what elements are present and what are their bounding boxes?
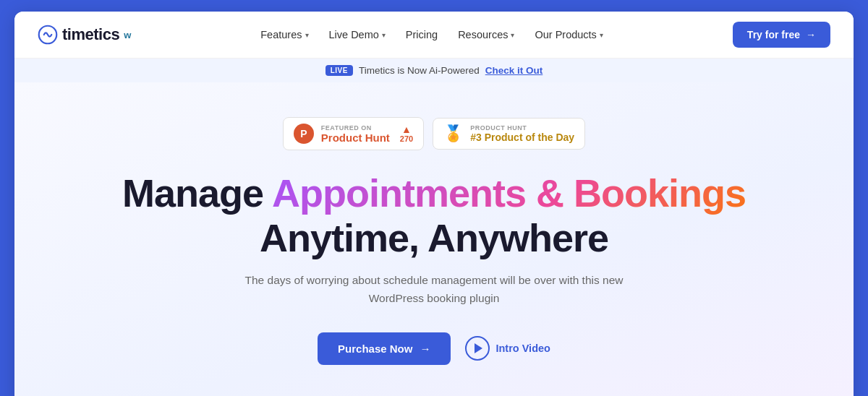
nav-item-features[interactable]: Features ▾ [260, 29, 308, 40]
check-it-out-link[interactable]: Check it Out [485, 65, 543, 76]
headline-manage: Manage [122, 171, 272, 215]
award-sub: PRODUCT HUNT [470, 124, 527, 132]
page-frame: timetics w Features ▾ Live Demo ▾ Pricin… [14, 12, 854, 396]
award-icon: 🏅 [443, 124, 463, 143]
product-hunt-sub: FEATURED ON [321, 124, 372, 132]
logo-wp: w [124, 30, 131, 40]
upvote-count: 270 [400, 134, 413, 143]
badges-row: P FEATURED ON Product Hunt ▲ 270 🏅 PRODU… [283, 117, 585, 150]
hero-subline: The days of worrying about schedule mana… [217, 272, 651, 308]
product-hunt-count: ▲ 270 [400, 124, 413, 143]
hero-section: P FEATURED ON Product Hunt ▲ 270 🏅 PRODU… [14, 82, 854, 396]
navbar: timetics w Features ▾ Live Demo ▾ Pricin… [14, 12, 854, 59]
nav-item-products-label: Our Products [535, 29, 596, 40]
chevron-down-icon: ▾ [305, 31, 309, 39]
chevron-down-icon: ▾ [511, 31, 514, 39]
logo[interactable]: timetics w [38, 25, 131, 45]
purchase-btn-arrow: → [420, 343, 430, 355]
nav-item-resources-label: Resources [458, 29, 508, 40]
product-hunt-name: Product Hunt [321, 132, 390, 144]
play-triangle-icon [475, 343, 482, 353]
nav-links: Features ▾ Live Demo ▾ Pricing Resources… [260, 29, 603, 40]
intro-video-label: Intro Video [495, 343, 550, 354]
award-name: #3 Product of the Day [470, 132, 574, 143]
try-btn-arrow: → [806, 29, 816, 40]
product-of-day-badge[interactable]: 🏅 PRODUCT HUNT #3 Product of the Day [433, 118, 585, 150]
purchase-btn-label: Purchase Now [338, 343, 412, 355]
cta-row: Purchase Now → Intro Video [318, 332, 550, 365]
nav-item-resources[interactable]: Resources ▾ [458, 29, 514, 40]
upvote-arrow-icon: ▲ [401, 124, 412, 134]
intro-video-link[interactable]: Intro Video [465, 336, 550, 361]
try-btn-label: Try for free [747, 29, 800, 40]
live-bar-text: Timetics is Now Ai-Powered [359, 65, 480, 76]
nav-item-products[interactable]: Our Products ▾ [535, 29, 603, 40]
nav-item-features-label: Features [260, 29, 302, 40]
play-button-icon [465, 336, 490, 361]
live-badge: LIVE [326, 65, 353, 76]
product-hunt-icon: P [294, 124, 314, 144]
purchase-now-button[interactable]: Purchase Now → [318, 332, 451, 365]
logo-icon [38, 25, 58, 45]
nav-item-pricing-label: Pricing [406, 29, 438, 40]
hero-headline: Manage Appointments & Bookings Anytime, … [122, 171, 746, 260]
chevron-down-icon: ▾ [600, 31, 603, 39]
nav-item-livedemo-label: Live Demo [329, 29, 379, 40]
award-content: PRODUCT HUNT #3 Product of the Day [470, 124, 574, 143]
try-for-free-button[interactable]: Try for free → [733, 22, 830, 48]
nav-item-pricing[interactable]: Pricing [406, 29, 438, 40]
product-hunt-badge[interactable]: P FEATURED ON Product Hunt ▲ 270 [283, 117, 424, 150]
nav-item-livedemo[interactable]: Live Demo ▾ [329, 29, 386, 40]
headline-gradient: Appointments & Bookings [272, 171, 746, 215]
product-hunt-content: FEATURED ON Product Hunt [321, 124, 390, 144]
chevron-down-icon: ▾ [382, 31, 386, 39]
logo-text: timetics [62, 25, 119, 44]
live-bar: LIVE Timetics is Now Ai-Powered Check it… [14, 59, 854, 82]
headline-line2: Anytime, Anywhere [260, 216, 608, 259]
